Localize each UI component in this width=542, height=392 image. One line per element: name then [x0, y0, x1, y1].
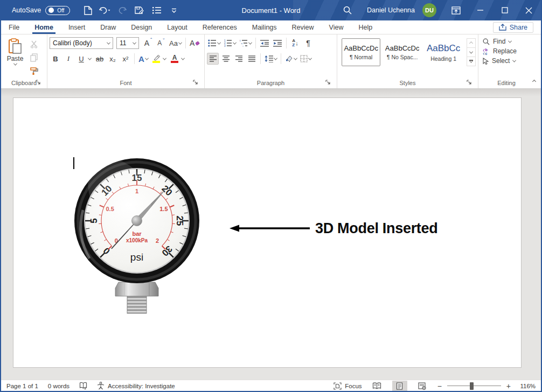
accessibility-status-button[interactable]: Accessibility: Investigate [97, 382, 175, 390]
document-page[interactable]: 05101520253000.511.52barx100kPapsi 3D Mo… [13, 97, 522, 368]
sort-button[interactable]: A Z ↓ [289, 37, 301, 49]
styles-scroll-down-button[interactable] [467, 47, 475, 57]
cut-button[interactable] [28, 38, 40, 50]
line-spacing-button[interactable] [263, 53, 278, 65]
read-mode-button[interactable] [370, 381, 385, 391]
editing-group-label: Editing [497, 80, 516, 86]
text-effects-button[interactable]: A [137, 53, 149, 65]
word-count[interactable]: 0 words [48, 383, 70, 389]
maximize-button[interactable] [492, 0, 517, 20]
web-layout-button[interactable] [415, 381, 430, 391]
styles-more-button[interactable] [467, 57, 475, 66]
underline-chevron-icon[interactable] [88, 56, 92, 60]
highlight-button[interactable] [150, 53, 162, 65]
grow-font-button[interactable]: Aˆ [142, 37, 154, 49]
redo-button[interactable] [115, 3, 129, 17]
justify-button[interactable] [246, 53, 258, 65]
clear-formatting-button[interactable]: A [189, 37, 201, 49]
ribbon-display-options-button[interactable] [444, 0, 468, 20]
undo-button[interactable] [98, 3, 112, 17]
tab-home[interactable]: Home [27, 20, 61, 34]
save-draft-button[interactable] [133, 3, 147, 17]
tab-layout[interactable]: Layout [159, 20, 195, 34]
tab-file[interactable]: File [1, 20, 27, 34]
page-indicator[interactable]: Page 1 of 1 [6, 383, 38, 389]
font-color-button[interactable]: A [169, 53, 180, 65]
subscript-button[interactable]: x₂ [107, 53, 119, 65]
show-formatting-button[interactable]: ¶ [302, 37, 314, 49]
clipboard-dialog-launcher[interactable] [36, 80, 42, 86]
autosave-toggle[interactable]: Off [45, 6, 70, 15]
style-normal[interactable]: AaBbCcDc ¶ Normal [342, 38, 380, 66]
styles-scroll-up-button[interactable] [467, 39, 475, 47]
tab-design[interactable]: Design [123, 20, 159, 34]
zoom-slider-handle[interactable] [470, 382, 474, 390]
focus-mode-button[interactable]: Focus [333, 382, 362, 390]
font-name-combobox[interactable]: Calibri (Body) [50, 37, 113, 49]
collapse-ribbon-button[interactable] [533, 75, 536, 85]
share-label: Share [510, 24, 527, 31]
select-label: Select [492, 57, 510, 65]
align-center-button[interactable] [220, 53, 232, 65]
shading-button[interactable] [284, 53, 298, 65]
underline-button[interactable]: U [75, 53, 87, 65]
styles-dialog-launcher[interactable] [467, 80, 473, 86]
font-size-combobox[interactable]: 11 [116, 37, 139, 49]
pressure-gauge-3d-model[interactable]: 05101520253000.511.52barx100kPapsi [72, 155, 201, 317]
tab-review[interactable]: Review [284, 20, 322, 34]
font-dialog-launcher[interactable] [193, 80, 199, 86]
bullet-list-button[interactable] [150, 3, 164, 17]
increase-indent-icon [273, 40, 282, 47]
copy-icon [30, 53, 38, 62]
highlight-chevron-icon[interactable] [163, 56, 166, 60]
superscript-button[interactable]: x² [120, 53, 131, 65]
tab-insert[interactable]: Insert [61, 20, 93, 34]
paste-button[interactable]: Paste [3, 37, 27, 77]
align-right-button[interactable] [233, 53, 245, 65]
share-button[interactable]: Share [493, 22, 533, 33]
tab-view[interactable]: View [322, 20, 351, 34]
copy-button[interactable] [28, 52, 40, 64]
style-no-spacing[interactable]: AaBbCcDc ¶ No Spac... [383, 38, 421, 66]
borders-button[interactable] [299, 53, 312, 65]
search-button[interactable] [336, 0, 359, 20]
format-painter-button[interactable] [28, 65, 40, 77]
increase-indent-button[interactable] [272, 37, 283, 49]
tab-draw[interactable]: Draw [93, 20, 123, 34]
paragraph-dialog-launcher[interactable] [325, 80, 332, 86]
align-left-button[interactable] [207, 53, 219, 65]
style-heading-1[interactable]: AaBbCc Heading 1 [424, 38, 463, 66]
select-button[interactable]: Select [483, 57, 529, 65]
zoom-in-button[interactable]: + [506, 382, 511, 390]
ribbon-tab-row: File Home Insert Draw Design Layout Refe… [1, 20, 541, 34]
zoom-slider-track[interactable] [447, 386, 501, 386]
shrink-font-button[interactable]: Aˇ [155, 37, 167, 49]
italic-button[interactable]: I [62, 53, 74, 65]
svg-text:x100kPa: x100kPa [126, 237, 148, 243]
numbering-button[interactable]: 123 [223, 37, 237, 49]
new-document-button[interactable] [81, 3, 95, 17]
font-color-chevron-icon[interactable] [181, 56, 185, 60]
user-name[interactable]: Daniel Uchenna [359, 0, 422, 20]
multilevel-chevron-icon [248, 40, 252, 44]
multilevel-list-button[interactable]: 1ai [238, 37, 253, 49]
strikethrough-button[interactable]: ab [94, 53, 106, 65]
font-size-chevron-icon [133, 40, 136, 44]
minimize-button[interactable] [468, 0, 492, 20]
customize-qat-button[interactable] [167, 3, 181, 17]
change-case-button[interactable]: Aa [168, 37, 183, 49]
bold-button[interactable]: B [50, 53, 61, 65]
bullets-button[interactable] [207, 37, 221, 49]
close-button[interactable] [517, 0, 541, 20]
avatar[interactable]: DU [422, 3, 436, 17]
zoom-out-button[interactable]: − [437, 382, 442, 390]
tab-help[interactable]: Help [351, 20, 380, 34]
find-button[interactable]: Find [483, 38, 529, 45]
zoom-percentage[interactable]: 116% [518, 383, 536, 389]
tab-mailings[interactable]: Mailings [245, 20, 284, 34]
tab-references[interactable]: References [195, 20, 245, 34]
decrease-indent-button[interactable] [259, 37, 270, 49]
print-layout-button[interactable] [392, 381, 407, 391]
replace-button[interactable]: bc Replace [483, 47, 529, 55]
proofing-status-button[interactable] [79, 382, 87, 390]
